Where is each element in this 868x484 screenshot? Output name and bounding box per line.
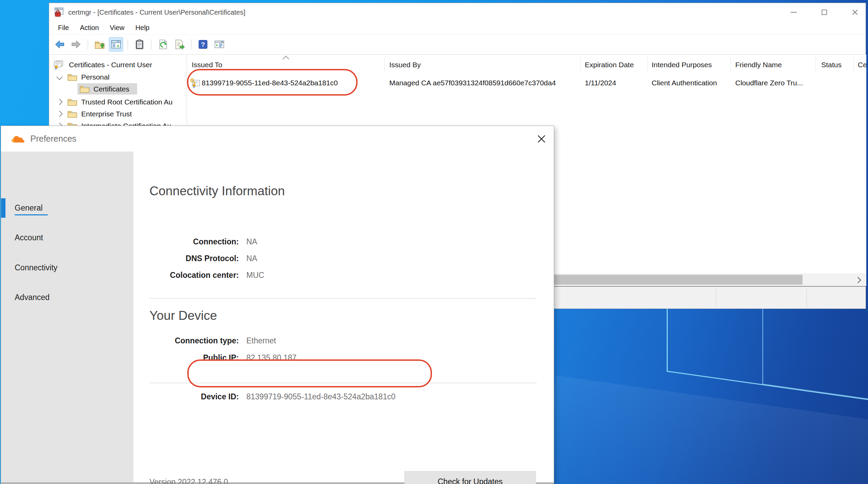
column-header-status[interactable]: Status bbox=[821, 55, 842, 74]
close-button[interactable] bbox=[849, 6, 861, 18]
tree-item-label: Personal bbox=[81, 73, 110, 81]
cell-expiration-date: 1/11/2024 bbox=[585, 76, 616, 90]
dns-protocol-row: DNS Protocol: NA bbox=[149, 254, 257, 263]
public-ip-value: 82.135.80.187 bbox=[246, 353, 296, 362]
up-one-level-folder-icon bbox=[94, 39, 105, 50]
sidebar-item-advanced[interactable]: Advanced bbox=[1, 288, 133, 307]
column-divider[interactable] bbox=[647, 57, 648, 72]
toolbar-separator bbox=[151, 39, 151, 49]
wallpaper-beam bbox=[667, 308, 668, 371]
certificate-row[interactable]: 81399719-9055-11ed-8e43-524a2ba181c0 Man… bbox=[187, 76, 866, 90]
connection-value: NA bbox=[246, 237, 257, 246]
cloudflare-logo-icon bbox=[11, 134, 26, 144]
cell-intended-purposes: Client Authentication bbox=[652, 76, 717, 90]
toolbar-separator bbox=[128, 39, 128, 49]
connection-type-row: Connection type: Ethernet bbox=[149, 336, 276, 345]
tree-item-label: Certificates bbox=[93, 85, 129, 93]
certificate-with-key-icon bbox=[190, 78, 200, 88]
column-divider[interactable] bbox=[853, 57, 854, 72]
preferences-title: Preferences bbox=[30, 134, 76, 144]
public-ip-label: Public IP: bbox=[149, 353, 239, 362]
statusbar-separator bbox=[807, 288, 807, 307]
forward-icon bbox=[71, 39, 82, 50]
tree-item-certificates-current-user[interactable]: Certificates - Current User bbox=[53, 59, 152, 71]
sidebar-item-account[interactable]: Account bbox=[1, 228, 133, 247]
show-console-tree-button[interactable] bbox=[109, 37, 123, 52]
check-for-updates-button[interactable]: Check for Updates bbox=[404, 471, 536, 484]
new-window-button[interactable] bbox=[212, 37, 227, 52]
column-header-expiration-date[interactable]: Expiration Date bbox=[585, 55, 634, 74]
certmgr-app-icon bbox=[54, 7, 64, 17]
chevron-right-icon[interactable] bbox=[56, 111, 62, 117]
forward-button[interactable] bbox=[69, 37, 83, 52]
column-divider[interactable] bbox=[815, 57, 816, 72]
tree-item-trusted-root[interactable]: Trusted Root Certification Au bbox=[57, 96, 173, 108]
column-header-issued-to[interactable]: Issued To bbox=[192, 55, 222, 74]
tree-item-certificates[interactable]: Certificates bbox=[79, 83, 129, 95]
cell-issued-by: Managed CA ae57f03931324f08591d660e7c370… bbox=[389, 76, 556, 90]
section-divider bbox=[149, 298, 537, 299]
chevron-right-icon bbox=[855, 277, 861, 283]
column-divider[interactable] bbox=[580, 57, 581, 72]
active-tab-underline bbox=[15, 214, 48, 215]
column-header-issued-by[interactable]: Issued By bbox=[389, 55, 421, 74]
connection-row: Connection: NA bbox=[149, 237, 257, 246]
preferences-header: Preferences bbox=[1, 126, 554, 152]
toolbar: ? bbox=[49, 34, 866, 54]
copy-clipboard-icon bbox=[134, 39, 145, 50]
connectivity-information-heading: Connectivity Information bbox=[149, 184, 285, 198]
column-divider[interactable] bbox=[730, 57, 731, 72]
menu-action[interactable]: Action bbox=[80, 24, 99, 32]
maximize-button[interactable] bbox=[819, 6, 830, 18]
help-button[interactable]: ? bbox=[196, 37, 210, 52]
dns-protocol-value: NA bbox=[246, 254, 257, 263]
menu-view[interactable]: View bbox=[110, 24, 125, 32]
toolbar-separator bbox=[88, 39, 88, 49]
preferences-close-button[interactable] bbox=[535, 133, 548, 145]
export-list-button[interactable] bbox=[172, 37, 187, 52]
copy-button[interactable] bbox=[132, 37, 147, 52]
your-device-heading: Your Device bbox=[149, 309, 217, 323]
connection-label: Connection: bbox=[149, 237, 239, 246]
public-ip-row: Public IP: 82.135.80.187 bbox=[149, 353, 296, 362]
wallpaper-beam bbox=[762, 308, 763, 384]
back-icon bbox=[54, 39, 65, 50]
sidebar-item-connectivity[interactable]: Connectivity bbox=[1, 258, 133, 277]
back-button[interactable] bbox=[53, 37, 67, 52]
tree-item-label: Enterprise Trust bbox=[81, 110, 132, 118]
close-icon bbox=[536, 134, 547, 144]
version-label: Version 2022.12.476.0 bbox=[149, 478, 228, 484]
toolbar-separator bbox=[191, 39, 191, 49]
device-id-row: Device ID: 81399719-9055-11ed-8e43-524a2… bbox=[149, 392, 395, 401]
up-one-level-button[interactable] bbox=[92, 37, 107, 52]
menu-file[interactable]: File bbox=[58, 24, 69, 32]
chevron-down-icon[interactable] bbox=[56, 74, 62, 80]
menu-bar: File Action View Help bbox=[49, 22, 866, 34]
chevron-right-icon[interactable] bbox=[56, 99, 62, 105]
device-id-value: 81399719-9055-11ed-8e43-524a2ba181c0 bbox=[246, 392, 395, 401]
certmgr-titlebar: certmgr - [Certificates - Current User\P… bbox=[49, 3, 866, 22]
cell-issued-to: 81399719-9055-11ed-8e43-524a2ba181c0 bbox=[202, 76, 338, 90]
cell-friendly-name: Cloudflare Zero Tru... bbox=[735, 76, 803, 90]
scroll-right-button[interactable] bbox=[853, 276, 863, 284]
dns-protocol-label: DNS Protocol: bbox=[149, 254, 239, 263]
tree-item-label: Trusted Root Certification Au bbox=[81, 98, 173, 106]
column-divider[interactable] bbox=[385, 57, 385, 72]
export-list-icon bbox=[174, 39, 185, 50]
refresh-button[interactable] bbox=[156, 37, 170, 52]
connection-type-value: Ethernet bbox=[246, 336, 276, 345]
column-header-intended-purposes[interactable]: Intended Purposes bbox=[652, 55, 712, 74]
minimize-button[interactable] bbox=[788, 6, 799, 18]
preferences-content: Connectivity Information Connection: NA … bbox=[133, 152, 554, 482]
sort-ascending-icon bbox=[283, 56, 289, 62]
new-window-icon bbox=[214, 39, 225, 50]
window-title: certmgr - [Certificates - Current User\P… bbox=[68, 9, 245, 16]
colocation-center-label: Colocation center: bbox=[149, 271, 239, 280]
tree-item-enterprise-trust[interactable]: Enterprise Trust bbox=[57, 108, 132, 120]
menu-help[interactable]: Help bbox=[135, 24, 149, 32]
tree-item-personal[interactable]: Personal bbox=[57, 71, 110, 83]
tree-item-label: Certificates - Current User bbox=[69, 61, 152, 69]
column-header-friendly-name[interactable]: Friendly Name bbox=[735, 55, 782, 74]
folder-icon bbox=[79, 85, 90, 93]
column-header-certificate-template[interactable]: Ce bbox=[858, 55, 866, 74]
